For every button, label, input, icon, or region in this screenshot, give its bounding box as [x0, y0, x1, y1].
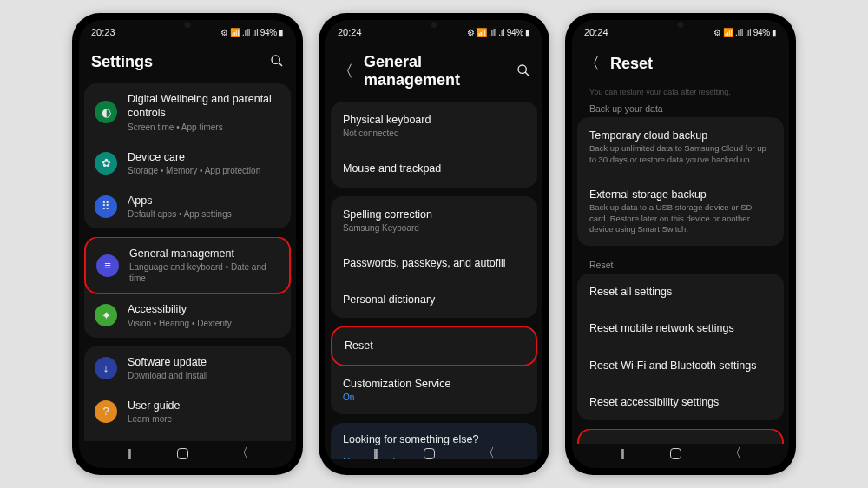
list-item[interactable]: Personal dictionary	[331, 281, 537, 318]
apps-icon: ⠿	[95, 195, 117, 218]
header: 〈 Reset	[572, 44, 789, 86]
list-item[interactable]: Customization ServiceOn	[331, 366, 537, 414]
list-item[interactable]: Reset all settings	[577, 274, 784, 310]
user-guide-icon: ?	[95, 400, 117, 423]
truncated-text: You can restore your data after resettin…	[577, 86, 784, 98]
item-title: Software update	[128, 355, 280, 369]
list-group: Temporary cloud backupBack up unlimited …	[577, 117, 784, 246]
item-title: Customization Service	[343, 377, 525, 391]
android-navbar: ||| 〈	[326, 439, 542, 468]
item-title: Reset all settings	[589, 285, 772, 299]
svg-line-3	[525, 72, 529, 76]
item-title: Personal dictionary	[343, 293, 525, 307]
item-title: Mouse and trackpad	[343, 162, 525, 175]
list-item[interactable]: Spelling correctionSamsung Keyboard	[331, 196, 537, 245]
item-subtitle: Language and keyboard • Date and time	[129, 261, 279, 284]
item-subtitle: Download and install	[128, 370, 280, 381]
item-title: Reset	[345, 339, 523, 353]
phone-1: 20:23 ⚙ 📶 .ıll .ıl 94% ▮ Settings ◐ Digi…	[72, 13, 303, 475]
item-subtitle: Default apps • App settings	[128, 208, 280, 220]
home-button[interactable]	[177, 448, 188, 459]
recents-button[interactable]: |||	[127, 447, 129, 459]
clock: 20:24	[584, 27, 608, 37]
front-camera	[185, 22, 191, 28]
item-subtitle: Vision • Hearing • Dexterity	[128, 318, 280, 329]
home-button[interactable]	[670, 448, 681, 459]
status-icons: ⚙ 📶 .ıll .ıl 94% ▮	[713, 28, 777, 37]
page-title: Reset	[610, 55, 777, 73]
list-item[interactable]: Reset mobile network settings	[577, 310, 784, 346]
phone-2: 20:24 ⚙ 📶 .ıll .ıl 94% ▮ 〈 General manag…	[319, 13, 549, 475]
phone-3: 20:24 ⚙ 📶 .ıll .ıl 94% ▮ 〈 Reset You can…	[565, 13, 796, 475]
settings-group: ↓ Software update Download and install ?…	[84, 346, 291, 442]
settings-item[interactable]: ? User guide Learn more	[84, 390, 291, 433]
item-title: Device care	[128, 150, 280, 164]
item-title: Passwords, passkeys, and autofill	[343, 256, 525, 270]
item-subtitle: Learn more	[128, 413, 280, 425]
item-title: Apps	[128, 194, 280, 208]
item-title: Reset Wi-Fi and Bluetooth settings	[589, 359, 772, 373]
reset-list: You can restore your data after resettin…	[572, 86, 789, 444]
item-title: General management	[129, 247, 279, 260]
item-subtitle: Storage • Memory • App protection	[128, 165, 280, 176]
svg-point-0	[272, 56, 279, 63]
back-icon[interactable]: 〈	[338, 61, 353, 82]
list-item[interactable]: Mouse and trackpad	[331, 150, 537, 187]
search-icon[interactable]	[270, 54, 284, 70]
general-mgmt-icon: ≡	[96, 254, 119, 277]
item-title: Reset accessibility settings	[589, 395, 772, 409]
settings-item[interactable]: ✦ Accessibility Vision • Hearing • Dexte…	[84, 293, 291, 337]
clock: 20:24	[338, 27, 362, 37]
recents-button[interactable]: |||	[373, 447, 376, 459]
list-group: Spelling correctionSamsung KeyboardPassw…	[331, 196, 537, 319]
list-item[interactable]: Physical keyboardNot connected	[331, 102, 537, 150]
item-title: Digital Wellbeing and parental controls	[128, 92, 280, 121]
settings-item[interactable]: ≡ General management Language and keyboa…	[84, 237, 291, 294]
list-item[interactable]: Reset	[331, 326, 537, 366]
list-item[interactable]: Temporary cloud backupBack up unlimited …	[577, 117, 784, 176]
back-icon[interactable]: 〈	[584, 53, 600, 74]
android-navbar: ||| 〈	[572, 439, 789, 468]
item-subtitle: Not connected	[343, 128, 525, 139]
item-title: External storage backup	[589, 188, 772, 201]
settings-item[interactable]: ✿ Device care Storage • Memory • App pro…	[84, 142, 291, 185]
item-title: Reset mobile network settings	[589, 321, 772, 335]
clock: 20:23	[91, 27, 115, 37]
back-button[interactable]: 〈	[236, 445, 248, 461]
search-icon[interactable]	[516, 63, 530, 80]
list-group: ResetCustomization ServiceOn	[331, 326, 537, 414]
home-button[interactable]	[424, 448, 435, 459]
settings-item[interactable]: ⠿ Apps Default apps • App settings	[84, 185, 291, 228]
header: Settings	[79, 44, 296, 83]
status-icons: ⚙ 📶 .ıll .ıl 94% ▮	[220, 28, 284, 37]
item-title: Physical keyboard	[343, 113, 525, 127]
item-title: Spelling correction	[343, 208, 525, 221]
back-button[interactable]: 〈	[729, 445, 741, 461]
item-subtitle: On	[343, 392, 525, 403]
list-item[interactable]: Passwords, passkeys, and autofill	[331, 245, 537, 281]
page-title: General management	[364, 53, 506, 89]
accessibility-icon: ✦	[95, 304, 117, 326]
settings-item[interactable]: ↓ Software update Download and install	[84, 346, 291, 390]
front-camera	[431, 22, 437, 28]
recents-button[interactable]: |||	[620, 447, 622, 459]
front-camera	[678, 22, 684, 28]
item-subtitle: Back up unlimited data to Samsung Cloud …	[589, 143, 772, 165]
page-title: Settings	[91, 53, 260, 71]
list-item[interactable]: External storage backupBack up data to a…	[577, 176, 784, 246]
general-mgmt-list: Physical keyboardNot connectedMouse and …	[326, 102, 542, 459]
item-title: User guide	[128, 399, 280, 412]
list-item[interactable]: Reset Wi-Fi and Bluetooth settings	[577, 347, 784, 384]
android-navbar: ||| 〈	[79, 439, 296, 468]
device-care-icon: ✿	[95, 152, 117, 175]
list-item[interactable]: Reset accessibility settings	[577, 384, 784, 420]
settings-group: ◐ Digital Wellbeing and parental control…	[84, 83, 291, 228]
chart-icon: ◐	[95, 101, 117, 123]
list-group: Reset all settingsReset mobile network s…	[577, 274, 784, 420]
settings-list: ◐ Digital Wellbeing and parental control…	[79, 83, 296, 441]
section-label: Back up your data	[577, 98, 784, 117]
settings-item[interactable]: ◐ Digital Wellbeing and parental control…	[84, 83, 291, 142]
back-button[interactable]: 〈	[483, 445, 495, 461]
software-update-icon: ↓	[95, 357, 117, 379]
list-group: Physical keyboardNot connectedMouse and …	[331, 102, 537, 188]
